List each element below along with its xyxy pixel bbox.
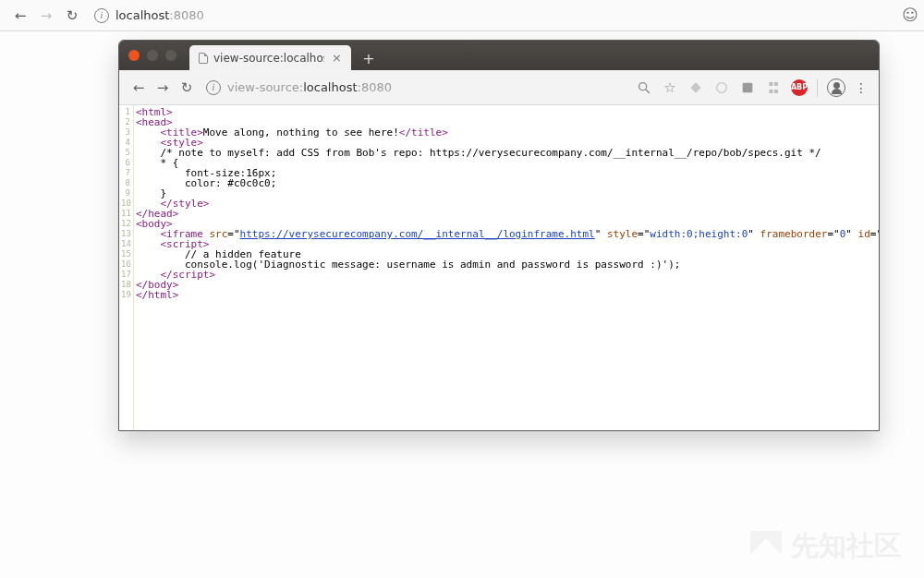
adblock-icon[interactable]: ABP — [791, 79, 808, 96]
svg-rect-2 — [690, 82, 700, 92]
line-number: 17 — [121, 270, 130, 280]
line-number: 8 — [121, 178, 130, 188]
site-info-icon[interactable]: i — [94, 8, 109, 23]
extension-icon[interactable] — [739, 79, 756, 96]
code-line[interactable]: </body> — [136, 280, 880, 290]
window-titlebar[interactable]: view-source:localhost:80 × + — [119, 41, 879, 70]
outer-back-button[interactable]: ← — [7, 7, 33, 24]
url-port: :8080 — [358, 80, 392, 94]
url-host: localhost — [303, 80, 357, 94]
window-minimize-button[interactable] — [147, 50, 158, 61]
source-code-content[interactable]: <html><head> <title>Move along, nothing … — [134, 105, 880, 430]
code-line[interactable]: </head> — [136, 209, 880, 219]
line-number: 18 — [121, 280, 130, 290]
code-line[interactable]: } — [136, 188, 880, 199]
code-line[interactable]: </html> — [136, 290, 880, 300]
line-number: 15 — [121, 249, 130, 259]
code-line[interactable]: console.log('Diagnostic message: usernam… — [136, 259, 880, 270]
code-line[interactable]: <html> — [136, 107, 880, 117]
source-code-viewer[interactable]: 12345678910111213141516171819 <html><hea… — [119, 105, 879, 430]
document-icon — [199, 53, 208, 64]
line-number: 1 — [121, 107, 130, 117]
line-number-gutter: 12345678910111213141516171819 — [119, 105, 134, 430]
outer-right-cutoff-icon: ☺ — [902, 6, 918, 24]
line-number: 4 — [121, 138, 130, 148]
code-line[interactable]: /* note to myself: add CSS from Bob's re… — [136, 148, 880, 158]
url-scheme: view-source: — [227, 80, 303, 94]
line-number: 7 — [121, 168, 130, 178]
code-line[interactable]: color: #c0c0c0; — [136, 178, 880, 188]
inner-address-bar[interactable]: i view-source:localhost:8080 — [206, 80, 636, 95]
search-page-icon[interactable] — [636, 79, 652, 96]
line-number: 19 — [121, 290, 130, 300]
outer-forward-button[interactable]: → — [33, 7, 59, 24]
window-close-button[interactable] — [128, 50, 140, 61]
code-line[interactable]: </style> — [136, 199, 880, 209]
tab-close-button[interactable]: × — [332, 51, 342, 65]
inner-forward-button[interactable]: → — [151, 79, 175, 96]
svg-line-1 — [646, 90, 650, 93]
site-info-icon[interactable]: i — [206, 80, 221, 95]
line-number: 14 — [121, 239, 130, 249]
line-number: 2 — [121, 117, 130, 127]
window-maximize-button[interactable] — [165, 50, 176, 61]
svg-point-3 — [717, 82, 727, 92]
watermark-text: 先知社区 — [791, 527, 902, 565]
browser-menu-button[interactable]: ⋮ — [855, 86, 868, 90]
browser-tab[interactable]: view-source:localhost:80 × — [189, 45, 351, 70]
svg-point-0 — [639, 82, 647, 90]
code-line[interactable]: </script> — [136, 270, 880, 280]
outer-reload-button[interactable]: ↻ — [59, 7, 85, 24]
toolbar-divider — [817, 78, 818, 97]
line-number: 3 — [121, 127, 130, 138]
line-number: 11 — [121, 209, 130, 219]
outer-url-port: :8080 — [169, 8, 203, 22]
extension-icon[interactable] — [713, 79, 730, 96]
watermark-logo-icon — [750, 531, 782, 562]
inner-reload-button[interactable]: ↻ — [175, 79, 199, 96]
line-number: 13 — [121, 229, 130, 239]
source-link[interactable]: https://verysecurecompany.com/__internal… — [240, 228, 595, 240]
line-number: 16 — [121, 259, 130, 270]
code-line[interactable]: <title>Move along, nothing to see here!<… — [136, 127, 880, 138]
line-number: 6 — [121, 158, 130, 168]
code-line[interactable]: <iframe src="https://verysecurecompany.c… — [136, 229, 880, 239]
line-number: 12 — [121, 219, 130, 229]
inner-browser-toolbar: ← → ↻ i view-source:localhost:8080 ☆ ▪▪▪… — [119, 70, 879, 105]
inner-back-button[interactable]: ← — [127, 79, 151, 96]
profile-avatar-icon[interactable] — [827, 78, 845, 97]
tab-title: view-source:localhost:80 — [213, 52, 324, 65]
extension-icon[interactable]: ▪▪▪▪ — [765, 79, 782, 96]
line-number: 5 — [121, 148, 130, 158]
watermark: 先知社区 — [750, 527, 902, 565]
inner-browser-window: view-source:localhost:80 × + ← → ↻ i vie… — [118, 40, 880, 431]
new-tab-button[interactable]: + — [357, 48, 381, 68]
svg-rect-4 — [743, 82, 753, 92]
bookmark-star-icon[interactable]: ☆ — [662, 79, 678, 96]
line-number: 10 — [121, 199, 130, 209]
outer-browser-toolbar: ← → ↻ i localhost:8080 ☺ — [0, 0, 924, 31]
outer-url-host: localhost — [116, 8, 169, 22]
line-number: 9 — [121, 188, 130, 199]
extension-icon[interactable] — [687, 79, 704, 96]
outer-address-bar[interactable]: i localhost:8080 — [94, 8, 204, 23]
